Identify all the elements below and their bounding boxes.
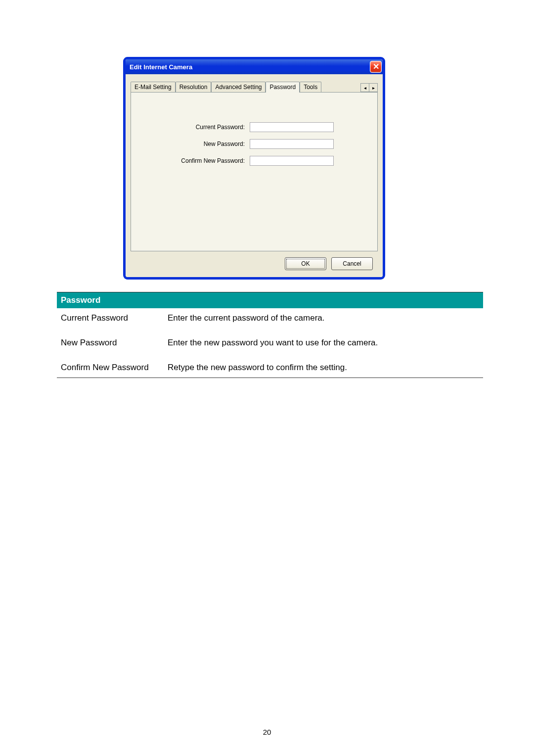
- table-row-desc: Enter the current password of the camera…: [164, 308, 483, 333]
- label-confirm-password: Confirm New Password:: [141, 157, 250, 164]
- tab-advanced-setting[interactable]: Advanced Setting: [211, 82, 266, 92]
- label-current-password: Current Password:: [141, 124, 250, 131]
- label-new-password: New Password:: [141, 141, 250, 147]
- cancel-button[interactable]: Cancel: [331, 257, 373, 270]
- table-row-name: Confirm New Password: [57, 358, 164, 378]
- tab-email-setting[interactable]: E-Mail Setting: [131, 82, 176, 92]
- tab-row: E-Mail Setting Resolution Advanced Setti…: [131, 80, 378, 93]
- table-row-name: Current Password: [57, 308, 164, 333]
- table-row-name: New Password: [57, 333, 164, 358]
- dialog-title: Edit Internet Camera: [130, 63, 192, 71]
- dialog-body: E-Mail Setting Resolution Advanced Setti…: [126, 74, 383, 277]
- input-current-password[interactable]: [250, 122, 334, 132]
- description-table: Password Current Password Enter the curr…: [57, 292, 483, 378]
- title-bar: Edit Internet Camera ✕: [126, 59, 383, 74]
- tab-scroll-left-icon[interactable]: ◂: [360, 83, 369, 92]
- page: Edit Internet Camera ✕ E-Mail Setting Re…: [0, 0, 534, 756]
- table-header: Password: [57, 292, 483, 309]
- row-confirm-password: Confirm New Password:: [141, 156, 367, 166]
- table-row: Confirm New Password Retype the new pass…: [57, 358, 483, 378]
- tab-resolution[interactable]: Resolution: [176, 82, 212, 92]
- tab-scroll-buttons: ◂ ▸: [360, 83, 378, 92]
- close-icon[interactable]: ✕: [370, 61, 382, 73]
- input-new-password[interactable]: [250, 139, 334, 149]
- table-row-desc: Enter the new password you want to use f…: [164, 333, 483, 358]
- table-row-desc: Retype the new password to confirm the s…: [164, 358, 483, 378]
- page-number: 20: [0, 728, 534, 736]
- tab-password[interactable]: Password: [266, 82, 300, 93]
- input-confirm-password[interactable]: [250, 156, 334, 166]
- table-row: New Password Enter the new password you …: [57, 333, 483, 358]
- ok-button[interactable]: OK: [285, 257, 326, 270]
- row-current-password: Current Password:: [141, 122, 367, 132]
- dialog-buttons: OK Cancel: [131, 251, 378, 270]
- table-row: Current Password Enter the current passw…: [57, 308, 483, 333]
- password-form: Current Password: New Password: Confirm …: [131, 93, 378, 251]
- tab-tools[interactable]: Tools: [300, 82, 321, 92]
- row-new-password: New Password:: [141, 139, 367, 149]
- dialog-edit-internet-camera: Edit Internet Camera ✕ E-Mail Setting Re…: [124, 57, 385, 279]
- tab-scroll-right-icon[interactable]: ▸: [369, 83, 378, 92]
